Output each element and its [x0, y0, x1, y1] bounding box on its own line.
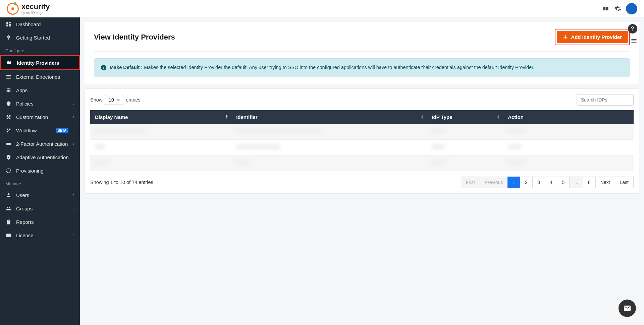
- side-menu-toggle[interactable]: [631, 38, 637, 44]
- sidebar-item-policies[interactable]: Policies›: [0, 97, 80, 110]
- sidebar-item-label: Identity Providers: [17, 60, 74, 66]
- page-...: ...: [569, 177, 583, 188]
- chevron-right-icon: ›: [73, 233, 74, 238]
- col-action: Action: [503, 110, 634, 124]
- page-3[interactable]: 3: [532, 177, 545, 188]
- sidebar-item-label: External Directories: [16, 74, 74, 80]
- card-icon: [5, 232, 11, 238]
- sidebar: DashboardGetting StartedConfigureIdentit…: [0, 17, 80, 325]
- group-icon: [5, 205, 11, 211]
- shield-icon: [5, 101, 11, 107]
- sidebar-item-label: Adaptive Authentication: [16, 154, 74, 160]
- page-5[interactable]: 5: [557, 177, 570, 188]
- page-title: View Identity Providers: [94, 33, 175, 42]
- page-last[interactable]: Last: [615, 177, 634, 188]
- logo-icon: [7, 3, 19, 15]
- col-identifier[interactable]: Identifier ▲▼: [231, 110, 427, 124]
- sidebar-item-label: Getting Started: [16, 35, 74, 41]
- help-button[interactable]: ?: [628, 24, 637, 34]
- sidebar-item-reports[interactable]: Reports: [0, 215, 80, 229]
- table-row: [90, 155, 634, 171]
- table-row: [90, 124, 634, 140]
- sidebar-item-label: License: [16, 233, 68, 238]
- table-row: [90, 139, 634, 155]
- add-button-label: Add Identity Provider: [571, 34, 622, 40]
- page-8[interactable]: 8: [583, 177, 596, 188]
- col-display-name[interactable]: Display Name ▲▼: [90, 110, 231, 124]
- top-header: xecurify by miniOrange: [0, 0, 644, 17]
- section-label: Manage: [0, 177, 80, 188]
- entries-label: entries: [126, 97, 141, 103]
- page-first: First: [461, 177, 480, 188]
- sidebar-item-users[interactable]: Users›: [0, 188, 80, 202]
- clipboard-icon: [5, 219, 11, 225]
- sidebar-item-apps[interactable]: Apps: [0, 83, 80, 97]
- page-1[interactable]: 1: [507, 177, 520, 188]
- page-2[interactable]: 2: [520, 177, 533, 188]
- gear-icon[interactable]: [614, 5, 622, 13]
- col-idp-type[interactable]: IdP Type ▲▼: [427, 110, 503, 124]
- mail-icon: [623, 304, 631, 312]
- section-label: Configure: [0, 44, 80, 55]
- info-icon: i: [101, 65, 106, 70]
- user-icon: [5, 192, 11, 198]
- show-entries: Show 10 entries: [90, 95, 141, 105]
- workflow-icon: [5, 127, 11, 133]
- dashboard-icon: [5, 21, 11, 27]
- sidebar-item-label: Provisioning: [16, 168, 74, 174]
- show-label: Show: [90, 97, 102, 103]
- digits-icon: [5, 141, 11, 147]
- sidebar-item-label: Users: [16, 192, 68, 198]
- sidebar-item-label: Workflow: [16, 128, 51, 133]
- sidebar-item-identity-providers[interactable]: Identity Providers: [0, 55, 80, 70]
- table-info: Showing 1 to 10 of 74 entries: [90, 180, 153, 185]
- sidebar-item-license[interactable]: License›: [0, 229, 80, 242]
- sidebar-item-provisioning[interactable]: Provisioning: [0, 164, 80, 177]
- sidebar-item-2-factor-authentication[interactable]: 2-Factor Authentication›: [0, 137, 80, 150]
- info-body: Makes the selected Identity Provider the…: [144, 65, 534, 70]
- idp-table: Display Name ▲▼ Identifier ▲▼ IdP Type ▲…: [90, 110, 634, 171]
- sidebar-item-label: Customization: [16, 114, 68, 120]
- page-previous: Previous: [480, 177, 508, 188]
- book-icon[interactable]: [602, 5, 610, 13]
- add-idp-highlight: Add Identity Provider: [555, 29, 630, 45]
- rocket-icon: [5, 35, 11, 41]
- sidebar-item-label: Dashboard: [16, 21, 74, 27]
- sidebar-item-getting-started[interactable]: Getting Started: [0, 31, 80, 44]
- chevron-right-icon: ›: [73, 193, 74, 197]
- page-next[interactable]: Next: [595, 177, 615, 188]
- chevron-right-icon: ›: [73, 206, 74, 211]
- sidebar-item-customization[interactable]: Customization›: [0, 110, 80, 124]
- puzzle-icon: [5, 114, 11, 120]
- pagination: FirstPrevious12345...8NextLast: [461, 177, 634, 188]
- avatar[interactable]: [626, 3, 637, 14]
- beta-badge: BETA: [56, 128, 68, 133]
- sync-icon: [5, 168, 11, 174]
- sidebar-item-dashboard[interactable]: Dashboard: [0, 17, 80, 31]
- page-4[interactable]: 4: [545, 177, 557, 188]
- sidebar-item-label: 2-Factor Authentication: [16, 141, 68, 147]
- brand-sub: by miniOrange: [21, 11, 50, 15]
- sidebar-item-label: Groups: [16, 206, 68, 211]
- search-input[interactable]: [577, 94, 634, 106]
- sidebar-item-groups[interactable]: Groups›: [0, 202, 80, 215]
- shield-check-icon: [5, 154, 11, 160]
- chat-button[interactable]: [619, 300, 636, 317]
- brand-name: xecurify: [21, 2, 50, 11]
- info-title: Make Default :: [110, 65, 143, 70]
- chevron-right-icon: ›: [73, 141, 74, 146]
- chevron-right-icon: ›: [73, 128, 74, 133]
- sidebar-item-adaptive-authentication[interactable]: Adaptive Authentication: [0, 150, 80, 164]
- info-box: i Make Default : Makes the selected Iden…: [94, 58, 630, 77]
- briefcase-icon: [6, 60, 12, 66]
- sidebar-item-external-directories[interactable]: External Directories: [0, 70, 80, 83]
- sidebar-item-workflow[interactable]: WorkflowBETA›: [0, 124, 80, 137]
- entries-select[interactable]: 10: [105, 95, 123, 105]
- sidebar-item-label: Policies: [16, 101, 68, 107]
- logo[interactable]: xecurify by miniOrange: [7, 2, 50, 15]
- chevron-right-icon: ›: [73, 115, 74, 119]
- add-identity-provider-button[interactable]: Add Identity Provider: [557, 31, 628, 43]
- list-icon: [5, 74, 11, 80]
- apps-icon: [5, 87, 11, 93]
- sidebar-item-label: Reports: [16, 219, 74, 225]
